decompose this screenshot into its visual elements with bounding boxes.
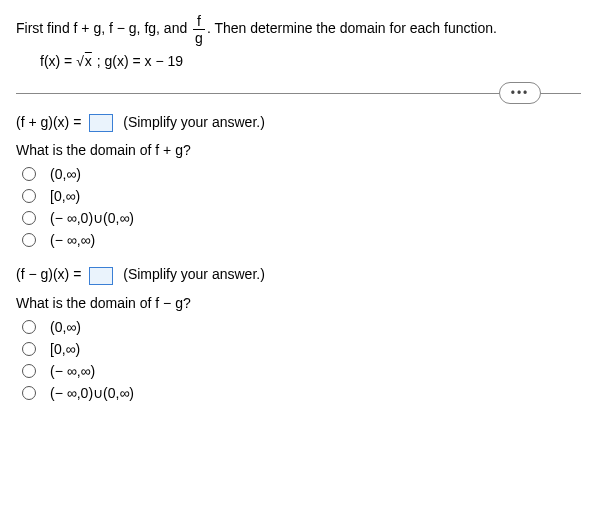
simplify-hint: (Simplify your answer.) — [123, 114, 265, 130]
simplify-hint: (Simplify your answer.) — [123, 266, 265, 282]
prompt-text: First find f + g, f − g, fg, and fg. The… — [16, 14, 581, 45]
option-label: [0,∞) — [50, 188, 80, 204]
option-label: (− ∞,∞) — [50, 363, 95, 379]
q1-option-b[interactable]: [0,∞) — [22, 188, 581, 204]
radio-icon — [22, 189, 36, 203]
radio-icon — [22, 211, 36, 225]
q2-option-c[interactable]: (− ∞,∞) — [22, 363, 581, 379]
radio-icon — [22, 342, 36, 356]
f-plus-g-answer-input[interactable] — [89, 114, 113, 132]
f-minus-g-answer-input[interactable] — [89, 267, 113, 285]
fraction-f-over-g: fg — [193, 14, 205, 45]
radio-icon — [22, 320, 36, 334]
q1-option-a[interactable]: (0,∞) — [22, 166, 581, 182]
option-label: [0,∞) — [50, 341, 80, 357]
radio-icon — [22, 167, 36, 181]
domain-question-fg-diff: What is the domain of f − g? — [16, 295, 581, 311]
option-label: (0,∞) — [50, 319, 81, 335]
radio-icon — [22, 364, 36, 378]
radio-icon — [22, 386, 36, 400]
q1-option-c[interactable]: (− ∞,0)∪(0,∞) — [22, 210, 581, 226]
f-plus-g-equation: (f + g)(x) = (Simplify your answer.) — [16, 114, 581, 132]
q2-option-b[interactable]: [0,∞) — [22, 341, 581, 357]
domain-question-fg-sum: What is the domain of f + g? — [16, 142, 581, 158]
q2-option-d[interactable]: (− ∞,0)∪(0,∞) — [22, 385, 581, 401]
divider — [16, 93, 581, 94]
option-label: (− ∞,∞) — [50, 232, 95, 248]
option-label: (− ∞,0)∪(0,∞) — [50, 385, 134, 401]
q2-option-a[interactable]: (0,∞) — [22, 319, 581, 335]
given-functions: f(x) = √x ; g(x) = x − 19 — [40, 53, 581, 69]
more-button[interactable]: ••• — [499, 82, 541, 104]
prompt-part1: First find f + g, f − g, fg, and — [16, 20, 191, 36]
option-label: (0,∞) — [50, 166, 81, 182]
f-minus-g-equation: (f − g)(x) = (Simplify your answer.) — [16, 266, 581, 284]
q1-option-d[interactable]: (− ∞,∞) — [22, 232, 581, 248]
option-label: (− ∞,0)∪(0,∞) — [50, 210, 134, 226]
radio-icon — [22, 233, 36, 247]
prompt-part2: . Then determine the domain for each fun… — [207, 20, 497, 36]
